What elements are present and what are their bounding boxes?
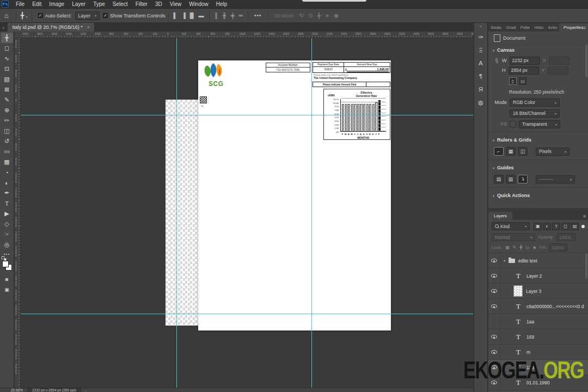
home-icon[interactable]: ⌂ bbox=[0, 11, 13, 20]
tab-overflow-icon[interactable]: » bbox=[0, 26, 8, 32]
layer-thumbnail[interactable] bbox=[513, 285, 523, 297]
menu-select[interactable]: Select bbox=[109, 0, 132, 9]
layer-row[interactable]: T169 bbox=[488, 329, 588, 345]
move-tool[interactable]: ╋ bbox=[1, 33, 13, 43]
menu-image[interactable]: Image bbox=[45, 0, 68, 9]
color-swatches[interactable] bbox=[2, 260, 13, 271]
link-dimensions-icon[interactable]: § bbox=[494, 58, 499, 64]
adjustments-icon[interactable]: Ξ bbox=[475, 44, 487, 57]
text-layer-thumbnail[interactable]: T bbox=[513, 317, 523, 326]
auto-select-target-select[interactable]: Layer bbox=[75, 11, 100, 20]
bit-depth-select[interactable]: 16 Bits/Channel bbox=[510, 109, 560, 118]
portrait-orientation-button[interactable]: ▯ bbox=[509, 77, 517, 85]
layer-visibility-toggle[interactable] bbox=[488, 284, 500, 298]
layer-row[interactable]: Tc8a0000000...<<<<<<<<0 d bbox=[488, 299, 588, 314]
layer-row[interactable]: T1aa bbox=[488, 314, 588, 329]
smart-filter-icon[interactable]: ▤ bbox=[571, 223, 579, 230]
brush-tool[interactable]: ✏ bbox=[1, 115, 13, 126]
panel-menu-icon[interactable] bbox=[583, 25, 586, 30]
smart-guides-icon[interactable]: ▥ bbox=[506, 175, 516, 183]
dodge-tool[interactable]: ◐ bbox=[1, 177, 13, 188]
glyphs-panel-icon[interactable]: Я bbox=[475, 83, 487, 96]
snap-toggle-icon[interactable]: ◫ bbox=[518, 147, 528, 156]
foreground-color-swatch[interactable] bbox=[2, 261, 9, 267]
healing-brush-tool[interactable]: ⊕ bbox=[1, 105, 13, 115]
brush-settings-icon[interactable]: ✑ bbox=[475, 30, 487, 44]
transparent-canvas-region[interactable] bbox=[166, 100, 198, 326]
text-layer-thumbnail[interactable]: T bbox=[513, 333, 523, 341]
group-caret-icon[interactable]: ▾ bbox=[504, 259, 505, 262]
width-field[interactable]: 2232 px bbox=[510, 57, 540, 65]
move-tool-icon[interactable]: ╋ bbox=[19, 12, 26, 19]
rulers-grids-section-header[interactable]: ▾Rulers & Grids bbox=[488, 134, 588, 145]
pen-tool[interactable]: ✒ bbox=[1, 188, 13, 198]
layer-visibility-toggle[interactable] bbox=[488, 299, 500, 314]
landscape-orientation-button[interactable]: ▭ bbox=[519, 77, 526, 85]
gradient-tool[interactable]: ▦ bbox=[1, 157, 13, 167]
eraser-tool[interactable]: ▭ bbox=[1, 146, 13, 157]
layer-row[interactable]: Layer 3 bbox=[488, 284, 588, 299]
object-selection-tool[interactable]: ⊡ bbox=[1, 64, 13, 74]
lock-all-icon[interactable]: ◈ bbox=[532, 245, 537, 250]
clear-guides-icon[interactable]: ↴ bbox=[518, 175, 528, 183]
blur-tool[interactable]: ◔ bbox=[1, 167, 13, 177]
adjustment-filter-icon[interactable]: ◐ bbox=[543, 223, 551, 230]
layer-row[interactable]: ▾edite text bbox=[488, 253, 588, 268]
menu-edit[interactable]: Edit bbox=[28, 0, 45, 9]
menu-layer[interactable]: Layer bbox=[68, 0, 89, 9]
lock-transparency-icon[interactable]: ▦ bbox=[505, 245, 510, 250]
layer-row[interactable]: TLayer 2 bbox=[488, 268, 588, 284]
photoshop-logo-icon[interactable]: Ps bbox=[2, 1, 9, 8]
lock-paint-icon[interactable]: ✎ bbox=[512, 245, 517, 250]
text-layer-thumbnail[interactable]: T bbox=[513, 272, 523, 280]
distribute-left-icon[interactable]: ║ bbox=[212, 13, 220, 19]
text-layer-thumbnail[interactable]: T bbox=[513, 348, 523, 357]
layer-visibility-toggle[interactable] bbox=[488, 314, 500, 329]
layers-panel-tab[interactable]: Layers bbox=[488, 212, 512, 220]
marquee-tool[interactable]: ◻ bbox=[1, 43, 13, 53]
vertical-guide[interactable] bbox=[176, 38, 177, 388]
menu-view[interactable]: View bbox=[166, 0, 186, 9]
guides-toggle-icon[interactable]: ▤ bbox=[494, 175, 504, 183]
panel-tab-gradi[interactable]: Gradi bbox=[504, 25, 518, 32]
menu-file[interactable]: File bbox=[12, 0, 28, 9]
height-field[interactable]: 2854 px bbox=[509, 66, 539, 75]
zoom-level-field[interactable]: 20.66% bbox=[11, 388, 23, 392]
pasteboard[interactable]: SCG Account Number 710-0637273-7095 Paym… bbox=[21, 38, 473, 388]
chevron-down-icon[interactable]: ▾ bbox=[26, 15, 27, 19]
panel-tab-histo[interactable]: Histo bbox=[532, 25, 546, 32]
more-options-icon[interactable]: ••• bbox=[251, 13, 265, 19]
align-left-icon[interactable]: ▌ bbox=[171, 13, 180, 19]
horizontal-guide[interactable] bbox=[21, 115, 473, 115]
menu-3d[interactable]: 3D bbox=[151, 0, 166, 9]
quick-actions-section-header[interactable]: ▾Quick Actions bbox=[488, 190, 588, 201]
lock-move-icon[interactable]: ╋ bbox=[519, 245, 523, 250]
document-page[interactable]: SCG Account Number 710-0637273-7095 Paym… bbox=[198, 60, 391, 330]
expand-panels-icon[interactable]: « bbox=[480, 23, 482, 30]
align-center-h-icon[interactable]: ▐ bbox=[180, 13, 188, 19]
vertical-guide[interactable] bbox=[311, 38, 312, 388]
layers-menu-icon[interactable] bbox=[583, 213, 586, 219]
text-layer-thumbnail[interactable]: T bbox=[513, 302, 523, 311]
panel-tab-actio[interactable]: Actio bbox=[546, 25, 559, 32]
type-filter-icon[interactable]: T bbox=[552, 223, 560, 230]
zoom-tool[interactable]: ◎ bbox=[1, 240, 13, 250]
paragraph-panel-icon[interactable]: ¶ bbox=[475, 70, 487, 83]
screen-mode-icon[interactable]: ▣ bbox=[1, 284, 13, 295]
filter-toggle-icon[interactable] bbox=[581, 225, 585, 228]
pixel-filter-icon[interactable]: ▣ bbox=[534, 223, 542, 230]
guides-section-header[interactable]: ▾Guides bbox=[488, 162, 588, 173]
scrollbar[interactable] bbox=[585, 254, 587, 279]
character-panel-icon[interactable]: A bbox=[475, 57, 487, 70]
layer-filter-select[interactable]: Kind bbox=[492, 222, 530, 230]
panel-tab-swatc[interactable]: Swatc bbox=[488, 25, 504, 32]
distribute-right-icon[interactable]: ═ bbox=[237, 13, 245, 19]
shape-tool[interactable]: ◇ bbox=[1, 219, 13, 229]
guide-style-select[interactable]: ——— bbox=[536, 175, 575, 183]
canvas-section-header[interactable]: ▾Canvas bbox=[488, 45, 588, 56]
type-tool[interactable]: T bbox=[1, 198, 13, 209]
align-right-icon[interactable]: ▉ bbox=[188, 13, 197, 19]
horizontal-ruler[interactable]: 2000180016001400120010008006004002000200… bbox=[15, 32, 473, 38]
layer-visibility-toggle[interactable] bbox=[488, 268, 500, 283]
show-transform-checkbox[interactable]: ✓ bbox=[103, 13, 108, 18]
